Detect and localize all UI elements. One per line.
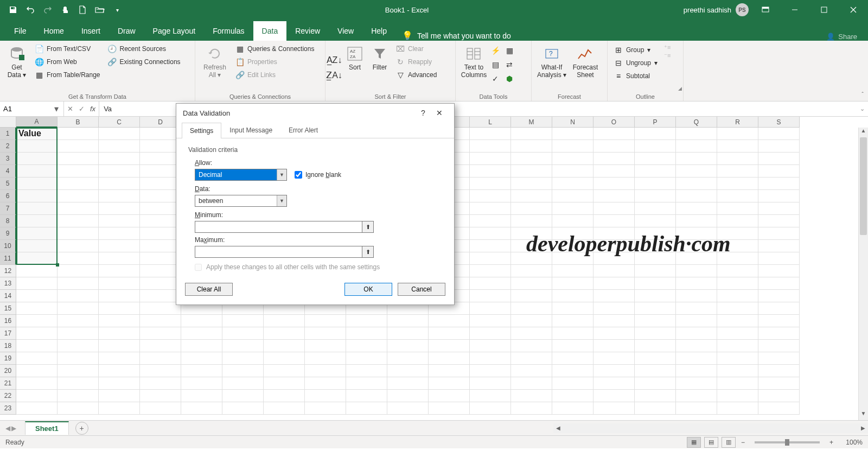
cell[interactable] [264,340,305,352]
cell[interactable] [99,277,140,290]
cell[interactable] [552,365,593,377]
cell[interactable] [140,140,181,153]
cell[interactable] [140,365,181,377]
cell[interactable] [511,177,552,190]
cell[interactable] [717,190,758,202]
cell[interactable] [140,177,181,190]
cell[interactable] [552,165,593,177]
cell[interactable] [676,277,717,290]
cell[interactable] [635,315,676,327]
cell[interactable] [429,402,470,415]
consolidate-button[interactable]: ▦ [504,45,515,56]
cell[interactable] [16,377,58,390]
cell[interactable] [717,390,758,402]
cell[interactable] [99,202,140,215]
cell[interactable] [635,290,676,302]
tell-me[interactable]: 💡 Tell me what you want to do [395,30,518,41]
cell[interactable] [264,402,305,415]
cell[interactable] [758,140,800,153]
cell[interactable] [429,390,470,402]
row-header[interactable]: 20 [0,365,16,377]
cell[interactable] [470,265,511,277]
data-dropdown[interactable]: between ▼ [195,195,287,207]
cell[interactable] [552,315,593,327]
cell[interactable] [305,340,346,352]
forecast-sheet-button[interactable]: Forecast Sheet [570,43,601,92]
cell[interactable] [552,153,593,165]
cell[interactable] [99,352,140,365]
cell[interactable] [181,327,222,340]
cell[interactable] [346,352,387,365]
dialog-help-icon[interactable]: ? [415,105,431,121]
cancel-formula-icon[interactable]: ✕ [67,105,73,113]
cell[interactable] [305,327,346,340]
cell[interactable] [58,128,99,140]
ignore-blank-input[interactable] [295,171,302,179]
cell[interactable] [181,340,222,352]
cell[interactable] [717,327,758,340]
cell[interactable] [470,165,511,177]
row-header[interactable]: 19 [0,352,16,365]
cell[interactable] [346,315,387,327]
cell[interactable] [676,390,717,402]
column-header[interactable]: M [511,117,552,128]
cell[interactable] [593,315,635,327]
advanced-button[interactable]: ▽Advanced [393,69,440,81]
cell[interactable] [758,190,800,202]
cell[interactable] [387,327,429,340]
cell[interactable] [676,377,717,390]
cell[interactable] [511,215,552,227]
cell[interactable] [222,327,264,340]
cell[interactable] [140,252,181,265]
cell[interactable] [470,128,511,140]
cell[interactable] [758,290,800,302]
touch-mode-icon[interactable] [58,2,73,17]
cell[interactable] [511,240,552,252]
row-header[interactable]: 14 [0,290,16,302]
cell[interactable] [593,215,635,227]
row-header[interactable]: 12 [0,265,16,277]
cell[interactable] [635,327,676,340]
cell[interactable] [58,227,99,240]
column-header[interactable]: N [552,117,593,128]
cell[interactable] [305,315,346,327]
enter-formula-icon[interactable]: ✓ [79,105,85,113]
cell[interactable] [346,390,387,402]
cell[interactable] [635,153,676,165]
open-folder-icon[interactable] [92,2,107,17]
cell[interactable] [346,377,387,390]
cell[interactable] [16,215,58,227]
cell[interactable] [552,265,593,277]
cell[interactable] [16,153,58,165]
cell[interactable] [140,315,181,327]
maximum-input[interactable] [195,246,362,258]
cell[interactable] [140,277,181,290]
cell[interactable] [635,215,676,227]
cell[interactable] [99,315,140,327]
cell[interactable] [58,165,99,177]
edit-links-button[interactable]: 🔗Edit Links [232,69,317,81]
sheet-tab[interactable]: Sheet1 [25,421,69,435]
cell[interactable] [99,290,140,302]
cell[interactable] [387,377,429,390]
cell[interactable] [717,377,758,390]
from-table-button[interactable]: ▦From Table/Range [31,69,104,81]
subtotal-button[interactable]: ≡Subtotal [611,70,661,82]
cell[interactable] [593,252,635,265]
cell[interactable] [140,302,181,315]
row-header[interactable]: 2 [0,140,16,153]
cell[interactable] [635,377,676,390]
cell[interactable] [387,390,429,402]
cell[interactable] [593,277,635,290]
cell[interactable] [140,202,181,215]
cell[interactable] [429,377,470,390]
cell[interactable] [635,140,676,153]
cell[interactable] [717,177,758,190]
cell[interactable] [717,153,758,165]
cell[interactable] [511,327,552,340]
row-header[interactable]: 18 [0,340,16,352]
get-data-button[interactable]: Get Data ▾ [3,43,30,92]
tab-data[interactable]: Data [253,21,287,41]
cell[interactable] [140,290,181,302]
cell[interactable] [635,202,676,215]
